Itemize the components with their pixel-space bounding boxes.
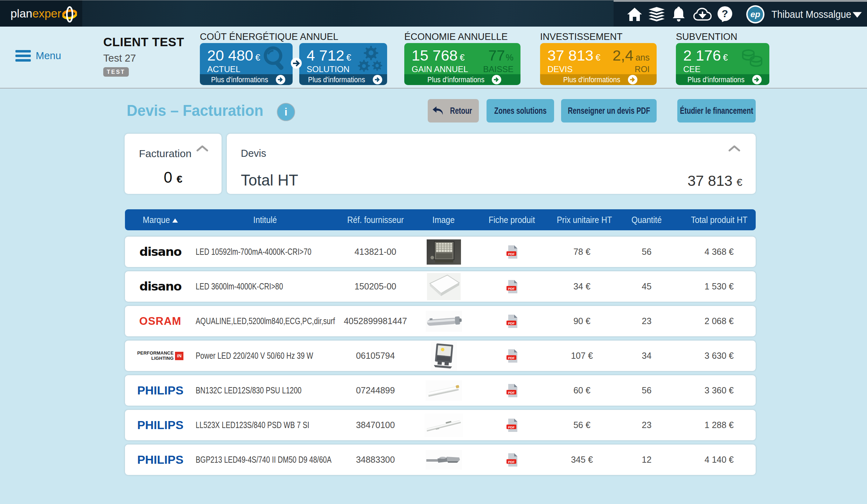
pdf-link[interactable]: PDF xyxy=(471,279,553,294)
kpi-investment-body: 37 813€ DEVIS 2,4ans ROI xyxy=(540,43,657,74)
pdf-icon: PDF xyxy=(506,383,518,398)
pdf-link[interactable]: PDF xyxy=(471,418,553,433)
kpi-card-cost-solution: 4 712€ SOLUTION Plus d'informations xyxy=(299,43,387,85)
devis-pdf-button[interactable]: Renseigner un devis PDF xyxy=(561,99,657,122)
kpi-subsidy-value: 2 176€ xyxy=(683,48,769,63)
column-header-fiche[interactable]: Fiche produit xyxy=(471,215,553,225)
column-header-quantite[interactable]: Quantité xyxy=(611,215,683,225)
kpi-cost-solution-more-link[interactable]: Plus d'informations xyxy=(299,74,387,85)
kpi-cost-actual-caption: ACTUEL xyxy=(207,64,293,74)
topbar: planexper xyxy=(0,0,867,27)
devis-total-value: 37 813 € xyxy=(687,173,742,189)
hamburger-icon xyxy=(15,50,31,62)
user-name[interactable]: Thibaut Mossalgue xyxy=(771,8,851,20)
column-header-ref[interactable]: Réf. fournisseur xyxy=(334,215,417,225)
table-row: PHILIPS LL523X LED123S/840 PSD WB 7 SI 3… xyxy=(125,410,756,440)
unit-price: 60 € xyxy=(553,385,611,396)
column-header-intitule[interactable]: Intitulé xyxy=(196,215,334,225)
kpi-economy-pct: 77% xyxy=(483,48,513,63)
planexpert-app: planexper xyxy=(0,0,867,504)
kpi-cost-actual-more-link[interactable]: Plus d'informations xyxy=(200,74,293,85)
kpi-card-cost-actual: 20 480€ ACTUEL Plus d'informations xyxy=(200,43,293,85)
actual-to-solution-arrow-icon xyxy=(291,58,302,69)
line-total: 3 360 € xyxy=(683,385,756,396)
pdf-link[interactable]: PDF xyxy=(471,453,553,467)
cloud-download-icon[interactable] xyxy=(693,7,712,21)
circle-arrow-icon xyxy=(276,75,285,84)
page-title: Devis – Facturation xyxy=(127,102,263,120)
kpi-cost-actual-value: 20 480€ xyxy=(207,48,293,63)
quantity: 34 xyxy=(611,351,683,361)
pdf-link[interactable]: PDF xyxy=(471,349,553,363)
pdf-link[interactable]: PDF xyxy=(471,383,553,398)
supplier-ref: 413821-00 xyxy=(334,247,417,257)
zones-solutions-button[interactable]: Zones solutions xyxy=(487,99,554,122)
financing-button[interactable]: Étudier le financement xyxy=(677,99,756,122)
brand-logo: OSRAM xyxy=(125,315,196,328)
supplier-ref: 38470100 xyxy=(334,420,417,430)
kpi-economy-body: 15 768€ GAIN ANNUEL 77% BAISSE xyxy=(404,43,520,74)
product-image xyxy=(417,341,471,371)
facturation-collapse-chevron-icon[interactable] xyxy=(196,145,208,152)
column-header-total[interactable]: Total produit HT xyxy=(683,215,756,225)
product-photo-batten-thin xyxy=(425,414,463,437)
devis-title: Devis xyxy=(241,148,266,159)
kpi-card-economy: 15 768€ GAIN ANNUEL 77% BAISSE Plus d'in… xyxy=(404,43,520,85)
circle-arrow-icon xyxy=(492,75,501,84)
user-menu-caret-icon[interactable] xyxy=(853,12,862,18)
product-image xyxy=(417,273,471,300)
kpi-label-subsidy: SUBVENTION xyxy=(676,31,737,42)
menu-button[interactable]: Menu xyxy=(15,50,61,62)
logo-orbit-icon xyxy=(62,5,77,24)
column-header-marque[interactable]: Marque xyxy=(125,215,196,225)
avatar[interactable]: ep xyxy=(746,5,764,23)
kpi-cost-solution-value: 4 712€ xyxy=(307,48,387,63)
pdf-icon: PDF xyxy=(506,418,518,433)
pdf-link[interactable]: PDF xyxy=(471,314,553,329)
kpi-investment-more-link[interactable]: Plus d'informations xyxy=(540,74,657,85)
kpi-cost-actual-body: 20 480€ ACTUEL xyxy=(200,43,293,74)
column-header-prix[interactable]: Prix unitaire HT xyxy=(553,215,611,225)
product-image xyxy=(417,380,471,401)
line-total: 2 068 € xyxy=(683,316,756,326)
brand-logo: disano xyxy=(125,280,196,293)
table-row: disano LED 10592lm-700mA-4000K-CRI>70 41… xyxy=(125,237,756,267)
kpi-investment-roi: 2,4ans xyxy=(613,48,650,63)
unit-price: 56 € xyxy=(553,420,611,430)
devis-total-label: Total HT xyxy=(241,172,298,189)
logo[interactable]: planexper xyxy=(0,0,82,27)
layers-icon[interactable] xyxy=(648,7,665,22)
brand-logo: PHILIPS xyxy=(125,418,196,432)
line-total: 4 140 € xyxy=(683,455,756,465)
quantity: 12 xyxy=(611,455,683,465)
facturation-card: Facturation 0 € xyxy=(125,134,222,194)
product-photo-floodlight xyxy=(431,341,457,371)
info-icon[interactable]: i xyxy=(277,103,295,121)
product-photo-batten xyxy=(426,380,462,401)
kpi-economy-more-link[interactable]: Plus d'informations xyxy=(404,74,520,85)
svg-text:PDF: PDF xyxy=(508,390,515,394)
devis-collapse-chevron-icon[interactable] xyxy=(728,145,740,152)
svg-text:PDF: PDF xyxy=(508,460,515,463)
product-image xyxy=(417,311,471,332)
kpi-label-investment: INVESTISSEMENT xyxy=(540,31,623,42)
help-icon[interactable]: ? xyxy=(717,6,733,23)
product-image xyxy=(417,239,471,265)
header-divider xyxy=(0,88,867,89)
bell-icon[interactable] xyxy=(672,7,686,22)
pdf-icon: PDF xyxy=(506,279,518,294)
svg-text:PDF: PDF xyxy=(508,425,515,429)
kpi-subsidy-caption: CEE xyxy=(683,64,769,74)
product-title: BGP213 LED49-4S/740 II DM50 D9 48/60A xyxy=(196,455,334,465)
svg-text:PDF: PDF xyxy=(508,321,515,325)
back-button[interactable]: Retour xyxy=(428,99,479,122)
home-icon[interactable] xyxy=(627,7,642,21)
kpi-label-economy: ÉCONOMIE ANNUELLE xyxy=(404,31,508,42)
column-header-image[interactable]: Image xyxy=(417,215,471,225)
pdf-link[interactable]: PDF xyxy=(471,245,553,259)
product-title: LED 3600lm-4000K-CRI>80 xyxy=(196,281,334,292)
product-photo-floodlight-front xyxy=(427,239,461,265)
brand-wordmark-philips: PHILIPS xyxy=(137,418,183,432)
kpi-subsidy-more-link[interactable]: Plus d'informations xyxy=(676,74,769,85)
kpi-cost-solution-body: 4 712€ SOLUTION xyxy=(299,43,387,74)
